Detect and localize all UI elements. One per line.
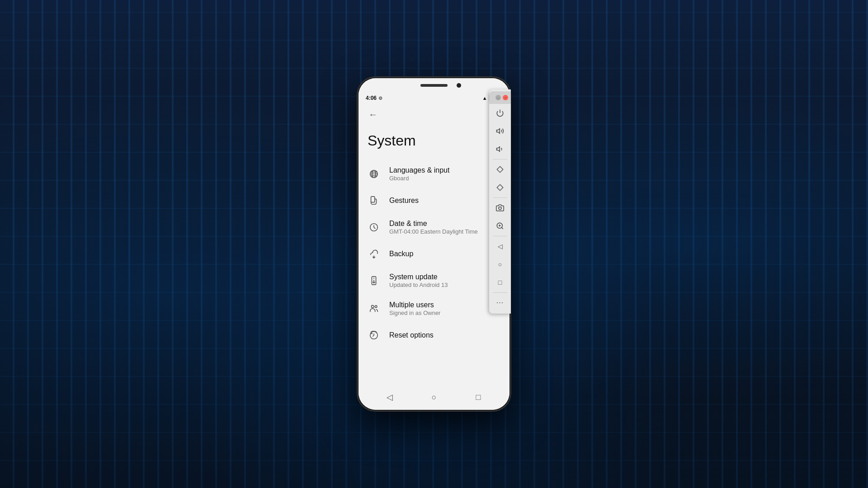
volume-down-button[interactable] <box>491 140 509 158</box>
svg-point-10 <box>372 305 374 308</box>
wifi-icon: ▲ <box>482 95 487 101</box>
svg-point-11 <box>375 305 377 308</box>
reset-icon <box>368 329 380 342</box>
users-icon <box>368 302 380 315</box>
gesture-icon <box>368 194 380 207</box>
back-arrow-icon: ← <box>368 109 377 120</box>
nav-back-button[interactable]: ◁ <box>381 388 399 406</box>
phone-camera <box>457 83 461 88</box>
globe-icon <box>368 168 380 180</box>
svg-marker-16 <box>497 166 503 172</box>
phone-speaker <box>420 84 448 87</box>
zoom-button[interactable] <box>491 217 509 235</box>
side-toolbar: – × <box>489 89 511 314</box>
toolbar-divider-2 <box>493 197 507 198</box>
menu-item-gestures[interactable]: Gestures <box>362 188 506 213</box>
datetime-subtitle: GMT-04:00 Eastern Daylight Time <box>389 228 478 235</box>
languages-subtitle: Gboard <box>389 175 449 182</box>
toolbar-back-icon: ◁ <box>498 243 503 250</box>
reset-title: Reset options <box>389 331 434 339</box>
svg-rect-5 <box>371 197 375 202</box>
multiple-users-subtitle: Signed in as Owner <box>389 310 440 316</box>
toolbar-recents-button[interactable]: □ <box>491 273 509 291</box>
status-time: 4:06 ⚙ <box>366 95 382 101</box>
nav-home-button[interactable]: ○ <box>425 388 443 406</box>
status-bar: 4:06 ⚙ ▲ ▋▋ ▓ <box>359 93 509 103</box>
nav-recents-button[interactable]: □ <box>469 388 487 406</box>
nav-back-icon: ◁ <box>387 392 393 402</box>
backup-title: Backup <box>389 250 413 258</box>
more-icon: ··· <box>496 299 504 307</box>
toolbar-home-button[interactable]: ○ <box>491 255 509 273</box>
svg-line-20 <box>501 227 503 229</box>
back-button[interactable]: ← <box>366 107 380 122</box>
datetime-title: Date & time <box>389 220 478 228</box>
toolbar-home-icon: ○ <box>498 261 502 268</box>
bottom-nav: ◁ ○ □ <box>359 385 509 410</box>
phone-wrapper: 4:06 ⚙ ▲ ▋▋ ▓ ← System <box>357 77 511 411</box>
multiple-users-text: Multiple users Signed in as Owner <box>389 301 440 316</box>
svg-marker-14 <box>497 129 500 134</box>
power-button[interactable] <box>491 104 509 122</box>
clock-icon <box>368 221 380 234</box>
phone-top-bar <box>359 78 509 93</box>
menu-item-datetime[interactable]: Date & time GMT-04:00 Eastern Daylight T… <box>362 213 506 241</box>
camera-button[interactable] <box>491 199 509 217</box>
menu-item-multiple-users[interactable]: Multiple users Signed in as Owner <box>362 295 506 323</box>
menu-item-reset[interactable]: Reset options <box>362 323 506 348</box>
nav-recents-icon: □ <box>476 393 481 402</box>
svg-point-18 <box>499 207 501 210</box>
minimize-button[interactable]: – <box>495 95 501 100</box>
gestures-title: Gestures <box>389 197 419 205</box>
system-update-icon <box>368 274 380 287</box>
toolbar-divider-4 <box>493 292 507 293</box>
top-nav: ← <box>359 103 509 125</box>
diamond2-button[interactable] <box>491 178 509 197</box>
volume-up-button[interactable] <box>491 122 509 140</box>
menu-item-system-update[interactable]: System update Updated to Android 13 <box>362 267 506 295</box>
backup-text: Backup <box>389 250 413 258</box>
languages-title: Languages & input <box>389 166 449 174</box>
multiple-users-title: Multiple users <box>389 301 440 309</box>
languages-text: Languages & input Gboard <box>389 166 449 182</box>
menu-list: Languages & input Gboard <box>359 160 509 385</box>
screen-content: ← System <box>359 103 509 385</box>
svg-marker-17 <box>497 184 503 190</box>
system-update-text: System update Updated to Android 13 <box>389 273 448 288</box>
diamond1-button[interactable] <box>491 160 509 178</box>
settings-icon: ⚙ <box>378 96 382 101</box>
toolbar-header: – × <box>489 91 511 104</box>
reset-text: Reset options <box>389 331 434 339</box>
toolbar-recents-icon: □ <box>498 279 502 286</box>
toolbar-divider-1 <box>493 159 507 160</box>
gestures-text: Gestures <box>389 197 419 205</box>
toolbar-divider-3 <box>493 236 507 236</box>
page-title: System <box>359 125 509 160</box>
phone-screen: 4:06 ⚙ ▲ ▋▋ ▓ ← System <box>359 78 509 410</box>
backup-icon <box>368 248 380 260</box>
nav-home-icon: ○ <box>432 393 437 402</box>
toolbar-back-button[interactable]: ◁ <box>491 237 509 255</box>
system-update-subtitle: Updated to Android 13 <box>389 282 448 288</box>
close-button[interactable]: × <box>503 95 508 100</box>
menu-item-languages[interactable]: Languages & input Gboard <box>362 160 506 188</box>
more-button[interactable]: ··· <box>491 294 509 312</box>
phone-device: 4:06 ⚙ ▲ ▋▋ ▓ ← System <box>357 77 511 411</box>
menu-item-backup[interactable]: Backup <box>362 241 506 267</box>
svg-marker-15 <box>497 147 500 152</box>
datetime-text: Date & time GMT-04:00 Eastern Daylight T… <box>389 220 478 235</box>
system-update-title: System update <box>389 273 448 281</box>
